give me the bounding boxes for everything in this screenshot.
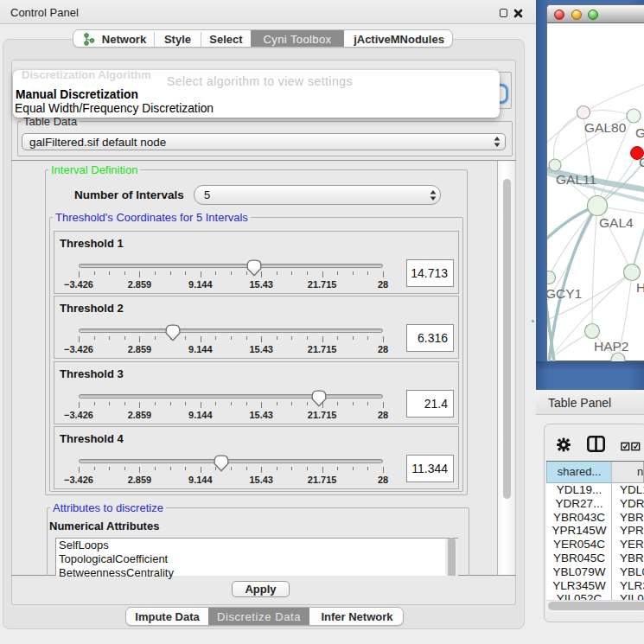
svg-text:HAP2: HAP2 [594,339,629,354]
svg-text:GCY1: GCY1 [547,286,582,301]
svg-text:C: C [639,155,644,169]
svg-text:H: H [636,280,644,295]
svg-text:GAL4: GAL4 [599,215,634,230]
svg-text:GAL11: GAL11 [556,172,596,187]
svg-text:G.: G. [635,125,644,140]
svg-text:GAL80: GAL80 [584,120,627,135]
